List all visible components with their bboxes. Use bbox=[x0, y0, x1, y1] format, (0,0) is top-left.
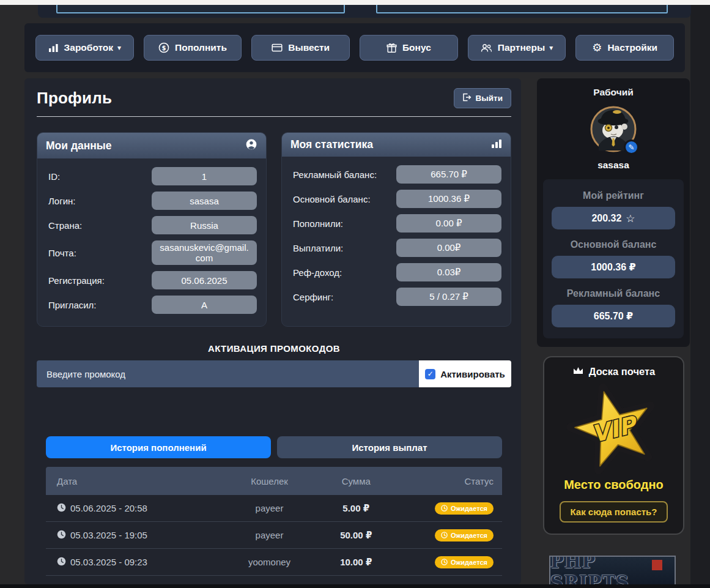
main-balance-value: 1000.36 ₽ bbox=[552, 256, 675, 278]
row-value: 5 / 0.27 ₽ bbox=[396, 288, 501, 306]
row-label: Выплатили: bbox=[291, 243, 343, 253]
clock-icon bbox=[57, 503, 66, 514]
col-wallet: Кошелек bbox=[228, 476, 310, 486]
status-badge: Ожидается bbox=[435, 502, 494, 515]
data-row: Регистрация:05.06.2025 bbox=[46, 271, 257, 289]
activate-label: Активировать bbox=[440, 369, 505, 379]
banner-text: PHP SRIPTS bbox=[550, 556, 675, 588]
nav-label: Пополнить bbox=[175, 42, 227, 53]
nav-label: Бонус bbox=[402, 42, 431, 53]
row-label: Пригласил: bbox=[46, 300, 97, 310]
date-cell: 05.03.2025 - 19:05 bbox=[46, 530, 228, 541]
crown-icon bbox=[572, 366, 584, 378]
row-label: ID: bbox=[46, 171, 60, 182]
chevron-down-icon: ▾ bbox=[549, 44, 553, 51]
row-value: 1 bbox=[152, 167, 257, 185]
amount-cell: 5.00 ₽ bbox=[311, 503, 402, 514]
logout-icon bbox=[462, 93, 471, 103]
my-stats-card-header: Моя статистика bbox=[282, 133, 511, 157]
col-date: Дата bbox=[46, 476, 228, 486]
status-badge: Ожидается bbox=[435, 556, 494, 568]
amount-cell: 50.00 ₽ bbox=[311, 530, 402, 541]
edit-avatar-button[interactable]: ✎ bbox=[624, 140, 639, 155]
rating-number: 200.32 bbox=[591, 213, 621, 224]
row-value: A bbox=[152, 296, 257, 314]
tab-deposit-history[interactable]: История пополнений bbox=[46, 436, 271, 458]
right-sidebar: Рабочий ✎ sasasa Мой рейтинг bbox=[537, 78, 690, 535]
row-value: 1000.36 ₽ bbox=[396, 190, 501, 208]
date-text: 05.03.2025 - 09:23 bbox=[70, 557, 147, 567]
row-label: Страна: bbox=[46, 220, 82, 231]
nav-button-deposit[interactable]: $ Пополнить bbox=[144, 35, 242, 61]
stat-row: Реф-доход:0.03₽ bbox=[291, 263, 501, 281]
row-label: Реф-доход: bbox=[291, 267, 342, 278]
date-cell: 05.03.2025 - 09:23 bbox=[46, 557, 228, 568]
col-amount: Сумма bbox=[311, 476, 402, 486]
date-text: 05.03.2025 - 19:05 bbox=[70, 530, 147, 540]
nav-label: Зароботок bbox=[64, 42, 114, 53]
nav-button-withdraw[interactable]: Вывести bbox=[251, 35, 350, 61]
data-row: ID:1 bbox=[46, 167, 257, 185]
avatar: ✎ bbox=[590, 106, 637, 152]
bar-chart-icon bbox=[48, 43, 59, 53]
status-text: Ожидается bbox=[451, 532, 487, 539]
people-icon bbox=[481, 43, 492, 53]
logout-label: Выйти bbox=[476, 94, 503, 103]
table-row: 05.03.2025 - 09:23 yoomoney 10.00 ₽ Ожид… bbox=[46, 549, 502, 576]
data-row: Логин:sasasa bbox=[46, 192, 257, 210]
stat-row: Рекламный баланс:665.70 ₽ bbox=[291, 165, 501, 184]
logout-button[interactable]: Выйти bbox=[454, 88, 512, 108]
date-text: 05.06.2025 - 20:58 bbox=[70, 503, 147, 513]
row-value: sasasa bbox=[152, 192, 257, 210]
browser-top-strip bbox=[0, 0, 710, 5]
page-bottom-strip bbox=[0, 584, 710, 588]
clock-icon bbox=[57, 557, 66, 568]
card-icon bbox=[272, 43, 283, 53]
history-table: Дата Кошелек Сумма Статус 05.06.2025 - 2… bbox=[46, 467, 502, 576]
card-title: Мои данные bbox=[46, 140, 112, 152]
honor-title-text: Доска почета bbox=[589, 366, 655, 378]
user-status-label: Рабочий bbox=[543, 87, 684, 98]
nav-button-earnings[interactable]: Зароботок ▾ bbox=[35, 35, 134, 61]
table-row: 05.03.2025 - 19:05 payeer 50.00 ₽ Ожидае… bbox=[46, 522, 502, 549]
nav-label: Партнеры bbox=[498, 42, 545, 53]
coin-icon: $ bbox=[158, 42, 169, 53]
rating-label: Мой рейтинг bbox=[552, 190, 675, 201]
row-value: 0.00 ₽ bbox=[396, 214, 501, 233]
chevron-down-icon: ▾ bbox=[117, 44, 121, 51]
wallet-cell: payeer bbox=[228, 530, 310, 540]
checkbox-check-icon: ✓ bbox=[425, 369, 435, 379]
data-row: Страна:Russia bbox=[46, 216, 257, 234]
stat-row: Основной баланс:1000.36 ₽ bbox=[291, 190, 501, 208]
top-input-left[interactable] bbox=[56, 5, 345, 13]
activate-promo-button[interactable]: ✓ Активировать bbox=[419, 360, 511, 387]
username: sasasa bbox=[543, 160, 684, 171]
nav-button-bonus[interactable]: Бонус bbox=[360, 35, 458, 61]
row-value: 0.00₽ bbox=[396, 239, 501, 257]
row-value: sasanuskevic@gmail.com bbox=[152, 240, 257, 265]
rating-value: 200.32 ☆ bbox=[552, 207, 675, 229]
promo-code-input[interactable] bbox=[37, 360, 419, 387]
row-value: 05.06.2025 bbox=[152, 271, 257, 289]
nav-button-settings[interactable]: ⚙ Настройки bbox=[575, 35, 674, 61]
nav-button-partners[interactable]: Партнеры ▾ bbox=[468, 35, 566, 61]
svg-text:$: $ bbox=[162, 45, 166, 51]
col-status: Статус bbox=[402, 476, 502, 486]
wallet-cell: payeer bbox=[228, 503, 310, 513]
status-text: Ожидается bbox=[451, 505, 487, 512]
my-data-card-header: Мои данные bbox=[37, 133, 266, 158]
row-value: Russia bbox=[152, 216, 257, 234]
row-label: Пополнили: bbox=[291, 218, 343, 229]
how-to-get-here-button[interactable]: Как сюда попасть? bbox=[560, 501, 667, 523]
page-right-gutter bbox=[690, 5, 710, 588]
top-cropped-form-panel bbox=[38, 5, 691, 18]
table-row: 05.06.2025 - 20:58 payeer 5.00 ₽ Ожидает… bbox=[46, 495, 502, 522]
php-scripts-banner[interactable]: PHP SRIPTS bbox=[549, 556, 676, 588]
row-value: 665.70 ₽ bbox=[396, 165, 501, 184]
stat-row: Серфинг:5 / 0.27 ₽ bbox=[291, 288, 501, 306]
tab-payout-history[interactable]: История выплат bbox=[277, 436, 502, 458]
row-value: 0.03₽ bbox=[396, 263, 501, 281]
ad-balance-value: 665.70 ₽ bbox=[552, 305, 675, 327]
vip-star-image: VIP bbox=[565, 380, 663, 477]
top-input-right[interactable] bbox=[376, 5, 668, 13]
